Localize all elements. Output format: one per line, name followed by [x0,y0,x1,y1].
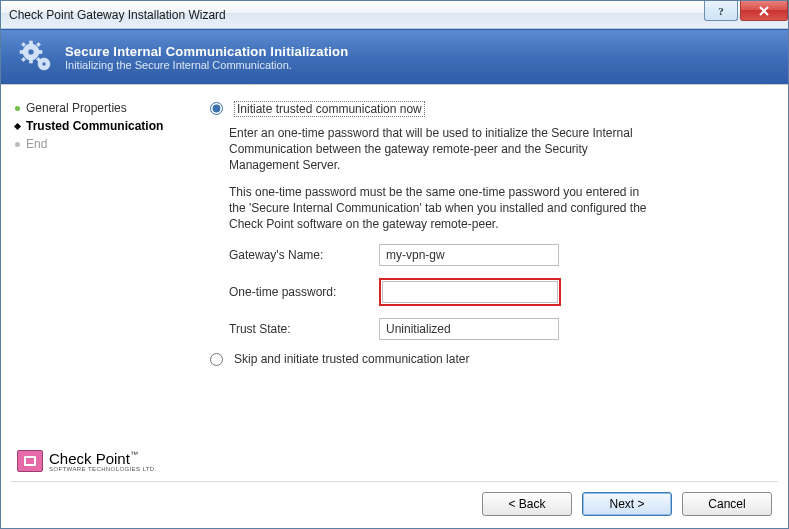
trust-state-field [379,318,559,340]
instruction-para-2: This one-time password must be the same … [229,184,649,233]
footer-divider [11,481,778,482]
svg-rect-7 [20,51,24,54]
banner-subheading: Initializing the Secure Internal Communi… [65,59,348,71]
otp-highlight [379,278,561,306]
row-gateway-name: Gateway's Name: [229,244,768,266]
step-end[interactable]: End [15,137,185,151]
step-general-properties[interactable]: General Properties [15,101,185,115]
svg-rect-8 [38,51,42,54]
next-button[interactable]: Next > [582,492,672,516]
checkpoint-logo: Check Point™ SOFTWARE TECHNOLOGIES LTD. [17,450,157,472]
window-title: Check Point Gateway Installation Wizard [9,8,226,22]
step-dot-icon [14,122,21,129]
checkpoint-mark-icon [17,450,43,472]
back-button-label: < Back [508,497,545,511]
instruction-para-1: Enter an one-time password that will be … [229,125,649,174]
step-label: End [26,137,47,151]
svg-rect-17 [26,458,34,464]
help-button[interactable]: ? [704,1,738,21]
svg-text:?: ? [718,5,724,17]
help-icon: ? [715,5,727,17]
gear-icon [15,36,57,78]
window-controls: ? [704,1,788,28]
svg-point-14 [42,62,46,66]
logo-trademark: ™ [130,450,138,459]
radio-skip-later[interactable] [210,353,223,366]
step-dot-icon [15,106,20,111]
radio-initiate-now[interactable] [210,102,223,115]
close-button[interactable] [740,1,788,21]
content-pane: Initiate trusted communication now Enter… [193,85,788,528]
svg-point-4 [28,49,34,55]
step-label: Trusted Communication [26,119,163,133]
row-one-time-password: One-time password: [229,278,768,306]
cancel-button[interactable]: Cancel [682,492,772,516]
step-trusted-communication[interactable]: Trusted Communication [15,119,185,133]
svg-rect-11 [21,57,25,61]
row-trust-state: Trust State: [229,318,768,340]
cancel-button-label: Cancel [708,497,745,511]
logo-tagline: SOFTWARE TECHNOLOGIES LTD. [49,466,157,472]
close-icon [758,5,770,17]
gateway-name-label: Gateway's Name: [229,248,379,262]
option-skip-row: Skip and initiate trusted communication … [205,352,768,366]
step-dot-icon [15,142,20,147]
banner: Secure Internal Communication Initializa… [1,29,788,85]
next-button-label: Next > [609,497,644,511]
svg-rect-5 [30,41,33,45]
titlebar: Check Point Gateway Installation Wizard … [1,1,788,29]
radio-initiate-now-label: Initiate trusted communication now [234,101,425,117]
logo-brand-text: Check Point [49,450,130,467]
svg-rect-10 [36,42,40,46]
dialog-buttons: < Back Next > Cancel [482,492,772,516]
step-label: General Properties [26,101,127,115]
dialog-window: Check Point Gateway Installation Wizard … [0,0,789,529]
trust-state-label: Trust State: [229,322,379,336]
one-time-password-field[interactable] [382,281,558,303]
otp-label: One-time password: [229,285,379,299]
svg-rect-6 [30,59,33,63]
back-button[interactable]: < Back [482,492,572,516]
radio-skip-later-label: Skip and initiate trusted communication … [234,352,469,366]
option-initiate-now-row: Initiate trusted communication now [205,101,768,117]
banner-heading: Secure Internal Communication Initializa… [65,44,348,59]
gateway-name-field [379,244,559,266]
svg-rect-9 [21,42,25,46]
